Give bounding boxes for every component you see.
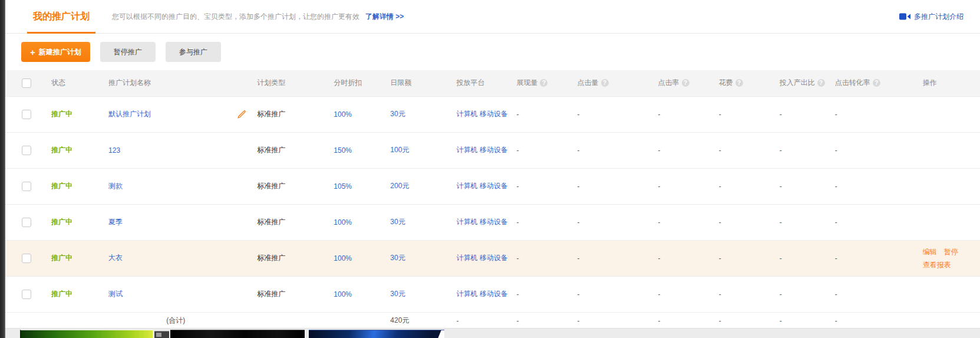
total-cvr-cell: - [828, 312, 900, 329]
pause-promotion-button[interactable]: 暂停推广 [100, 42, 156, 62]
total-empty-cell [44, 312, 101, 329]
plan-type-cell: 标准推广 [250, 132, 326, 168]
plan-name-link[interactable]: 夏季 [108, 217, 123, 227]
metric-value: - [780, 182, 782, 191]
platform-link[interactable]: 计算机 移动设备 [456, 182, 507, 190]
status-cell: 推广中 [44, 276, 101, 312]
row-actions-cell [900, 132, 980, 168]
table-row: 推广中默认推广计划标准推广100%30元计算机 移动设备------ [5, 96, 980, 132]
total-metric-value: - [456, 317, 458, 325]
metric-cvr-cell: - [828, 240, 900, 276]
multi-plan-intro-link[interactable]: 多推广计划介绍 [899, 12, 963, 22]
metric-roi-cell: - [773, 276, 828, 312]
edit-action-link[interactable]: 编辑 [923, 248, 937, 256]
metric-clicks-cell: - [570, 276, 651, 312]
daily-limit-link[interactable]: 30元 [390, 254, 405, 262]
row-checkbox-cell [5, 240, 44, 276]
row-checkbox[interactable] [22, 254, 31, 263]
daily-limit-link[interactable]: 30元 [390, 218, 405, 226]
total-impressions-cell: - [509, 312, 570, 329]
column-header-label: 点击率 [658, 78, 679, 87]
new-plan-button[interactable]: + 新建推广计划 [21, 42, 90, 62]
discount-link[interactable]: 100% [334, 290, 352, 298]
metric-roi-cell: - [773, 168, 828, 204]
total-ctr-cell: - [651, 312, 712, 329]
bottom-strip [5, 328, 980, 338]
edit-pencil-icon[interactable] [237, 110, 246, 119]
column-header-label: 展现量 [516, 78, 537, 87]
discount-link[interactable]: 100% [334, 254, 352, 262]
row-checkbox[interactable] [22, 290, 31, 299]
platform-link[interactable]: 计算机 移动设备 [456, 218, 507, 226]
thumbnail-blue[interactable] [309, 330, 444, 338]
column-header-daily_limit: 日限额 [383, 70, 449, 96]
column-header-label: 计划类型 [257, 78, 285, 87]
discount-cell: 100% [326, 96, 383, 132]
discount-cell: 105% [326, 168, 383, 204]
view-report-action-link[interactable]: 查看报表 [923, 261, 951, 269]
toolbar: + 新建推广计划 暂停推广 参与推广 [5, 34, 980, 70]
help-icon[interactable]: ? [817, 79, 825, 87]
plan-type-cell: 标准推广 [250, 204, 326, 240]
row-checkbox[interactable] [22, 182, 31, 191]
row-actions-cell: 编辑暂停查看报表 [900, 240, 980, 276]
discount-cell: 150% [326, 132, 383, 168]
daily-limit-link[interactable]: 30元 [390, 110, 405, 118]
metric-value: - [780, 218, 782, 227]
join-promotion-button[interactable]: 参与推广 [166, 42, 221, 62]
row-checkbox[interactable] [22, 146, 31, 155]
discount-link[interactable]: 100% [334, 110, 352, 119]
help-icon[interactable]: ? [601, 79, 609, 87]
plan-type-cell: 标准推广 [250, 240, 326, 276]
row-checkbox-cell [5, 204, 44, 240]
pause-action-link[interactable]: 暂停 [944, 248, 958, 256]
discount-link[interactable]: 105% [334, 182, 352, 191]
platform-link[interactable]: 计算机 移动设备 [456, 254, 507, 262]
discount-link[interactable]: 150% [334, 146, 352, 155]
plan-name-link[interactable]: 默认推广计划 [108, 109, 151, 119]
daily-limit-link[interactable]: 30元 [390, 290, 405, 298]
thumbnail-black[interactable] [170, 330, 305, 338]
metric-impressions-cell: - [509, 240, 570, 276]
metric-value: - [516, 110, 519, 119]
total-label: (合计) [101, 312, 250, 329]
learn-more-link[interactable]: 了解详情 >> [365, 12, 404, 22]
metric-value: - [835, 254, 837, 262]
metric-impressions-cell: - [509, 96, 570, 132]
help-icon[interactable]: ? [735, 79, 743, 87]
daily-limit-link[interactable]: 100元 [390, 146, 409, 154]
thumbnail-green[interactable] [20, 330, 153, 338]
platform-link[interactable]: 计算机 移动设备 [456, 290, 507, 298]
help-icon[interactable]: ? [682, 79, 689, 87]
discount-link[interactable]: 100% [334, 218, 352, 227]
row-checkbox[interactable] [22, 110, 31, 119]
plan-name-link[interactable]: 测试 [108, 289, 123, 299]
metric-clicks-cell: - [570, 240, 651, 276]
plan-name-link[interactable]: 123 [108, 146, 120, 155]
plans-table: 状态推广计划名称计划类型分时折扣日限额投放平台展现量?点击量?点击率?花费?投入… [5, 70, 980, 329]
platform-link[interactable]: 计算机 移动设备 [456, 146, 507, 154]
plan-name-link[interactable]: 测款 [108, 181, 123, 191]
total-metric-value: - [835, 317, 837, 325]
metric-value: - [578, 254, 580, 262]
select-all-checkbox[interactable] [22, 78, 31, 88]
daily-limit-link[interactable]: 200元 [390, 182, 409, 190]
thumbnail-icon[interactable] [154, 331, 169, 338]
platform-cell: 计算机 移动设备 [449, 132, 509, 168]
metric-value: - [658, 290, 661, 298]
row-checkbox-cell [5, 96, 44, 132]
tab-my-promotion-plans[interactable]: 我的推广计划 [27, 0, 95, 33]
help-icon[interactable]: ? [873, 79, 880, 87]
platform-link[interactable]: 计算机 移动设备 [456, 110, 507, 118]
row-actions-cell [900, 168, 980, 204]
metric-value: - [719, 290, 721, 298]
metric-value: - [578, 110, 580, 119]
metric-value: - [719, 254, 721, 262]
metric-clicks-cell: - [570, 168, 651, 204]
metric-value: - [835, 290, 837, 298]
help-icon[interactable]: ? [540, 79, 547, 87]
plan-name-link[interactable]: 大衣 [108, 253, 123, 263]
row-checkbox[interactable] [22, 218, 31, 227]
metric-value: - [578, 290, 580, 298]
total-metric-value: - [658, 317, 661, 325]
